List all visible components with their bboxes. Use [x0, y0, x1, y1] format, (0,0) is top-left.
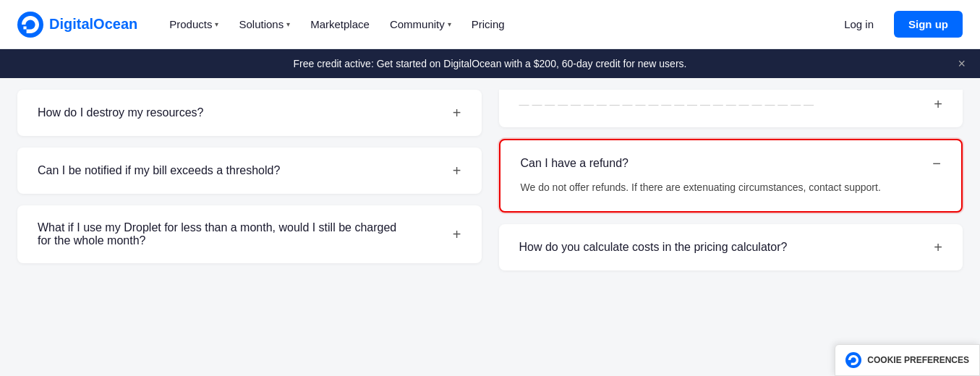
navbar: DigitalOcean Products ▾ Solutions ▾ Mark…	[0, 0, 980, 49]
expand-icon: +	[934, 97, 942, 111]
svg-point-0	[17, 12, 43, 38]
faq-card-refund-header: Can I have a refund? −	[521, 156, 942, 171]
faq-card-refund[interactable]: Can I have a refund? − We do not offer r…	[499, 139, 963, 213]
nav-item-products[interactable]: Products ▾	[161, 12, 227, 36]
faq-question-text: How do you calculate costs in the pricin…	[519, 241, 788, 254]
nav-label-solutions: Solutions	[239, 18, 284, 30]
nav-label-community: Community	[390, 18, 445, 30]
nav-links: Products ▾ Solutions ▾ Marketplace Commu…	[161, 12, 832, 36]
logo-text: DigitalOcean	[49, 16, 137, 33]
chevron-down-icon: ▾	[448, 20, 451, 28]
expand-icon: +	[453, 227, 461, 242]
nav-label-marketplace: Marketplace	[310, 18, 370, 30]
cookie-label: COOKIE PREFERENCES	[867, 355, 969, 365]
faq-card-droplet-month[interactable]: What if I use my Droplet for less than a…	[17, 205, 482, 263]
content-area: How do I destroy my resources? + Can I b…	[0, 78, 980, 282]
promo-banner: Free credit active: Get started on Digit…	[0, 49, 980, 78]
banner-text: Free credit active: Get started on Digit…	[294, 58, 687, 69]
nav-item-community[interactable]: Community ▾	[381, 12, 460, 36]
digitalocean-cookie-icon	[845, 352, 861, 368]
chevron-down-icon: ▾	[286, 20, 290, 28]
faq-question-text: Can I be notified if my bill exceeds a t…	[38, 164, 280, 177]
nav-item-marketplace[interactable]: Marketplace	[302, 12, 378, 36]
expand-icon: +	[934, 240, 942, 255]
faq-card-bill-threshold[interactable]: Can I be notified if my bill exceeds a t…	[17, 148, 482, 194]
digitalocean-logo-icon	[17, 12, 43, 38]
nav-label-products: Products	[169, 18, 212, 30]
faq-card-pricing-calculator[interactable]: How do you calculate costs in the pricin…	[499, 224, 963, 270]
faq-question-text: Can I have a refund?	[521, 157, 629, 170]
logo-link[interactable]: DigitalOcean	[17, 12, 137, 38]
faq-card-partial-top[interactable]: — — — — — — — — — — — — — — — — — — — — …	[499, 90, 963, 127]
cookie-preferences-bar[interactable]: COOKIE PREFERENCES	[835, 344, 980, 376]
nav-item-solutions[interactable]: Solutions ▾	[230, 12, 299, 36]
faq-question-text: How do I destroy my resources?	[38, 106, 203, 119]
left-faq-column: How do I destroy my resources? + Can I b…	[17, 90, 499, 270]
nav-actions: Log in Sign up	[832, 11, 963, 38]
faq-question-text: — — — — — — — — — — — — — — — — — — — — …	[519, 98, 814, 110]
expand-icon: +	[453, 106, 461, 120]
right-faq-column: — — — — — — — — — — — — — — — — — — — — …	[499, 90, 963, 270]
faq-question-text: What if I use my Droplet for less than a…	[38, 221, 398, 247]
faq-card-destroy-resources[interactable]: How do I destroy my resources? +	[17, 90, 482, 136]
collapse-icon: −	[932, 156, 941, 171]
banner-close-button[interactable]: ×	[958, 56, 966, 72]
chevron-down-icon: ▾	[215, 20, 218, 28]
expand-icon: +	[453, 163, 461, 178]
svg-point-1	[845, 352, 861, 368]
signup-button[interactable]: Sign up	[894, 11, 963, 38]
nav-label-pricing: Pricing	[472, 18, 505, 30]
faq-answer-text: We do not offer refunds. If there are ex…	[521, 179, 881, 195]
nav-item-pricing[interactable]: Pricing	[463, 12, 514, 36]
login-button[interactable]: Log in	[832, 12, 885, 36]
